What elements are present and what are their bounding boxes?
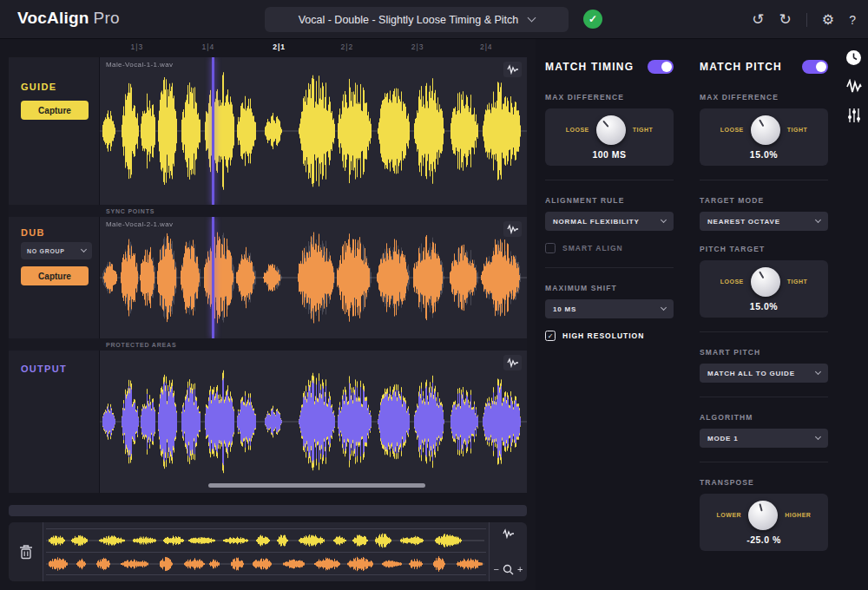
pitch-max-difference-card: LOOSE TIGHT 15.0% bbox=[700, 108, 828, 166]
preset-status-badge: ✓ bbox=[583, 10, 602, 29]
transpose-card: LOWER HIGHER -25.0 % bbox=[700, 494, 828, 551]
playhead-cursor[interactable] bbox=[212, 217, 214, 338]
dub-waveform-region[interactable]: Male-Vocal-2-1.wav bbox=[100, 217, 527, 338]
alignment-rule-label: ALIGNMENT RULE bbox=[545, 196, 674, 205]
pitch-target-knob[interactable] bbox=[751, 267, 780, 297]
alignment-rule-dropdown[interactable]: NORMAL FLEXIBILITY bbox=[545, 212, 674, 231]
smart-align-label: SMART ALIGN bbox=[562, 244, 623, 252]
guide-capture-button[interactable]: Capture bbox=[21, 101, 89, 120]
knob-min-label: LOOSE bbox=[720, 279, 744, 285]
knob-indicator bbox=[745, 497, 781, 534]
guide-track-label: GUIDE bbox=[21, 82, 56, 92]
protected-areas-label: PROTECTED AREAS bbox=[106, 342, 176, 348]
output-track-header: OUTPUT bbox=[9, 351, 100, 493]
algorithm-label: ALGORITHM bbox=[700, 413, 828, 422]
overview-guide-waveform[interactable] bbox=[46, 529, 484, 552]
timing-max-difference-knob[interactable] bbox=[596, 115, 626, 145]
smart-pitch-label: SMART PITCH bbox=[700, 348, 828, 357]
transpose-value: -25.0 % bbox=[746, 534, 781, 545]
track-editor: 1|3 1|4 2|1 2|2 2|3 2|4 GUIDE Capture Ma… bbox=[9, 39, 527, 583]
mixer-button[interactable] bbox=[846, 108, 862, 123]
section-divider bbox=[545, 180, 674, 180]
preset-dropdown[interactable]: Vocal - Double - Slightly Loose Timing &… bbox=[265, 7, 569, 32]
overview-options-button[interactable] bbox=[503, 528, 515, 539]
knob-min-label: LOOSE bbox=[720, 127, 744, 133]
chevron-down-icon bbox=[81, 246, 87, 252]
chevron-down-icon bbox=[815, 433, 821, 439]
smart-align-checkbox[interactable]: SMART ALIGN bbox=[545, 243, 674, 253]
dub-track: DUB NO GROUP Capture Male-Vocal-2-1.wav bbox=[9, 217, 527, 338]
pitch-target-label: PITCH TARGET bbox=[700, 245, 828, 253]
trash-icon bbox=[19, 544, 33, 560]
overview-dub-waveform[interactable] bbox=[46, 553, 484, 575]
overview-waveforms[interactable] bbox=[43, 522, 489, 581]
chevron-down-icon bbox=[528, 14, 536, 23]
match-pitch-toggle[interactable] bbox=[802, 60, 828, 74]
output-waveform-region[interactable] bbox=[100, 351, 527, 493]
target-mode-dropdown[interactable]: NEAREST OCTAVE bbox=[700, 212, 828, 231]
alignment-rule-value: NORMAL FLEXIBILITY bbox=[553, 218, 640, 226]
zoom-controls: − + bbox=[494, 564, 523, 575]
dub-waveform[interactable] bbox=[100, 217, 527, 338]
knob-indicator bbox=[746, 261, 786, 301]
maximum-shift-label: MAXIMUM SHIFT bbox=[545, 284, 674, 292]
match-timing-toggle[interactable] bbox=[648, 60, 674, 74]
overview-dub-row[interactable] bbox=[46, 552, 486, 575]
waveform-icon bbox=[846, 79, 862, 95]
zoom-in-button[interactable]: + bbox=[517, 565, 523, 574]
match-timing-column: MATCH TIMING MAX DIFFERENCE LOOSE TIGHT … bbox=[545, 39, 674, 341]
target-mode-label: TARGET MODE bbox=[700, 196, 828, 205]
dub-track-options-button[interactable] bbox=[503, 221, 522, 237]
dub-group-dropdown[interactable]: NO GROUP bbox=[21, 242, 92, 259]
toolbar-divider bbox=[806, 13, 807, 27]
algorithm-dropdown[interactable]: MODE 1 bbox=[700, 429, 828, 448]
waveform-edit-icon bbox=[503, 528, 515, 539]
timeline-tick: 2|4 bbox=[480, 43, 493, 51]
help-icon[interactable]: ? bbox=[849, 14, 856, 26]
zoom-out-button[interactable]: − bbox=[494, 565, 499, 574]
timing-max-difference-card: LOOSE TIGHT 100 MS bbox=[545, 108, 674, 166]
waveform-edit-icon bbox=[507, 224, 519, 234]
clear-session-button[interactable] bbox=[9, 522, 43, 581]
sync-points-label: SYNC POINTS bbox=[106, 208, 155, 214]
topbar-actions: ↺ ↻ ⚙ ? bbox=[752, 0, 856, 39]
output-track-options-button[interactable] bbox=[503, 355, 522, 370]
smart-pitch-dropdown[interactable]: MATCH ALL TO GUIDE bbox=[700, 364, 828, 383]
knob-max-label: TIGHT bbox=[787, 279, 808, 285]
guide-track-options-button[interactable] bbox=[503, 62, 522, 77]
high-resolution-label: HIGH RESOLUTION bbox=[562, 331, 644, 340]
pitch-max-difference-knob[interactable] bbox=[751, 115, 780, 145]
output-mini-scrollbar[interactable] bbox=[208, 483, 425, 488]
history-button[interactable] bbox=[845, 49, 862, 66]
chevron-down-icon bbox=[661, 216, 667, 222]
match-pitch-title: MATCH PITCH bbox=[700, 61, 782, 73]
guide-track: GUIDE Capture Male-Vocal-1-1.wav bbox=[9, 57, 527, 205]
guide-waveform-region[interactable]: Male-Vocal-1-1.wav bbox=[100, 57, 527, 205]
chevron-down-icon bbox=[815, 368, 821, 374]
vocalign-window: VocAlignPro Vocal - Double - Slightly Lo… bbox=[0, 0, 868, 590]
checkbox-icon bbox=[545, 243, 556, 253]
guide-waveform[interactable] bbox=[100, 57, 527, 205]
chevron-down-icon bbox=[815, 216, 821, 222]
undo-icon[interactable]: ↺ bbox=[752, 12, 764, 27]
section-divider bbox=[700, 397, 828, 397]
high-resolution-checkbox[interactable]: ✓ HIGH RESOLUTION bbox=[545, 331, 674, 341]
knob-indicator bbox=[746, 109, 786, 149]
horizontal-scrollbar[interactable] bbox=[9, 505, 527, 516]
pitch-target-value: 15.0% bbox=[750, 301, 778, 311]
dub-capture-button[interactable]: Capture bbox=[21, 266, 89, 285]
playhead-cursor[interactable] bbox=[212, 57, 214, 205]
guide-track-header: GUIDE Capture bbox=[9, 57, 100, 205]
maximum-shift-dropdown[interactable]: 10 MS bbox=[545, 299, 674, 318]
redo-icon[interactable]: ↻ bbox=[779, 12, 792, 27]
overview-tools: − + bbox=[489, 522, 527, 581]
overview-guide-row[interactable] bbox=[46, 528, 486, 552]
timeline-ruler[interactable]: 1|3 1|4 2|1 2|2 2|3 2|4 bbox=[100, 39, 527, 57]
waveform-view-button[interactable] bbox=[846, 79, 862, 95]
gear-icon[interactable]: ⚙ bbox=[822, 13, 834, 27]
transpose-knob[interactable] bbox=[748, 501, 778, 530]
sync-points-strip: SYNC POINTS bbox=[9, 205, 527, 217]
top-bar: VocAlignPro Vocal - Double - Slightly Lo… bbox=[0, 0, 868, 39]
output-waveform[interactable] bbox=[100, 351, 527, 493]
algorithm-value: MODE 1 bbox=[707, 435, 738, 442]
